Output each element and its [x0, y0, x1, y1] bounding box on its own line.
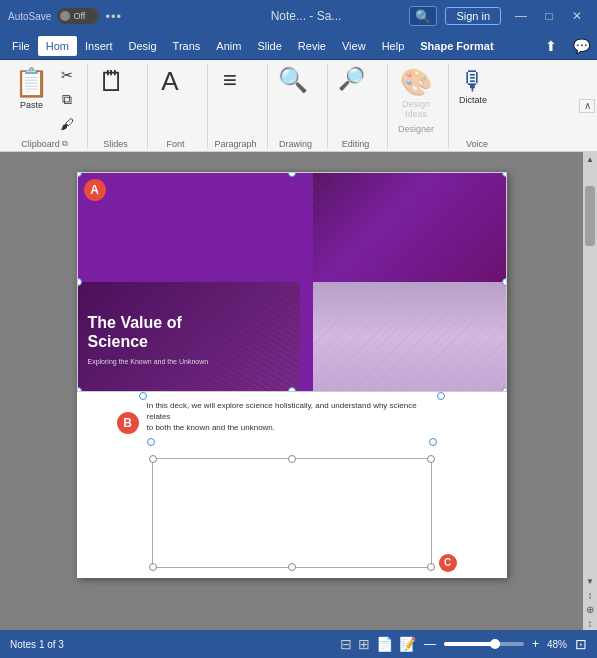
- zoom-out-button[interactable]: —: [424, 637, 436, 651]
- clipboard-expand-icon[interactable]: ⧉: [62, 139, 68, 149]
- menu-shape-format[interactable]: Shape Format: [412, 36, 501, 56]
- title-bar-right: 🔍 Sign in — □ ✕: [409, 6, 589, 26]
- designer-group-label: Designer: [392, 122, 440, 134]
- ph-handle-tr[interactable]: [427, 455, 435, 463]
- clipboard-label[interactable]: Clipboard ⧉: [10, 137, 79, 149]
- scroll-track[interactable]: [583, 166, 597, 574]
- zoom-slider[interactable]: [444, 642, 524, 646]
- paste-button[interactable]: 📋 Paste: [10, 64, 53, 112]
- menu-bar: File Hom Insert Desig Trans Anim Slide R…: [0, 32, 597, 60]
- designer-icon: 🎨: [400, 67, 432, 98]
- minimize-button[interactable]: —: [509, 6, 533, 26]
- ph-handle-tl[interactable]: [149, 455, 157, 463]
- maximize-button[interactable]: □: [537, 6, 561, 26]
- editing-button[interactable]: 🔎: [332, 64, 371, 94]
- title-text: Note... - Sa...: [271, 9, 342, 23]
- window-title: Note... - Sa...: [209, 9, 404, 23]
- notes-area: B In this deck, we will explore science …: [77, 392, 507, 446]
- slide-title: The Value of Science: [88, 313, 208, 351]
- font-label-text: Font: [166, 139, 184, 149]
- notes-text[interactable]: In this deck, we will explore science ho…: [147, 396, 437, 438]
- view-normal-icon[interactable]: ⊟: [340, 636, 352, 652]
- scrollbar-vertical[interactable]: ▲ ▼ ↕ ⊕ ↕: [583, 152, 597, 630]
- menu-slideshow[interactable]: Slide: [249, 36, 289, 56]
- drawing-buttons: 🔍: [272, 64, 319, 137]
- menu-help[interactable]: Help: [374, 36, 413, 56]
- zoom-thumb[interactable]: [490, 639, 500, 649]
- drawing-button[interactable]: 🔍: [272, 64, 314, 96]
- slides-buttons: 🗒: [92, 64, 139, 137]
- slide-container: The Value of Science Exploring the Known…: [77, 172, 507, 578]
- scroll-thumb[interactable]: [585, 186, 595, 246]
- designer-button[interactable]: 🎨 DesignIdeas: [392, 64, 440, 122]
- ribbon-collapse-button[interactable]: ∧: [579, 99, 595, 113]
- sign-in-button[interactable]: Sign in: [445, 7, 501, 25]
- notes-handle-tr[interactable]: [437, 392, 445, 400]
- ribbon-group-voice: 🎙 Dictate Voice: [449, 64, 509, 149]
- view-reading-icon[interactable]: 📄: [376, 636, 393, 652]
- menu-view[interactable]: View: [334, 36, 374, 56]
- dictate-button[interactable]: 🎙 Dictate: [453, 64, 493, 109]
- status-bar-right: ⊟ ⊞ 📄 📝 — + 48% ⊡: [340, 636, 587, 652]
- comment-icon[interactable]: 💬: [569, 34, 593, 58]
- ribbon: 📋 Paste ✂ ⧉ 🖌: [0, 60, 597, 152]
- menu-review[interactable]: Revie: [290, 36, 334, 56]
- ph-handle-bl[interactable]: [149, 563, 157, 571]
- voice-label: Voice: [453, 137, 501, 149]
- slide-area: The Value of Science Exploring the Known…: [0, 152, 583, 630]
- copy-button[interactable]: ⧉: [55, 88, 79, 111]
- search-box[interactable]: 🔍: [409, 6, 437, 26]
- scrollbar-extras: ↕ ⊕ ↕: [583, 588, 597, 630]
- autosave-toggle[interactable]: Off: [57, 8, 99, 24]
- ribbon-group-designer: 🎨 DesignIdeas Designer: [388, 64, 449, 149]
- format-painter-button[interactable]: 🖌: [55, 113, 79, 135]
- title-bar: AutoSave Off ••• Note... - Sa... 🔍 Sign …: [0, 0, 597, 32]
- slide-label-a: A: [84, 179, 106, 201]
- menu-bar-right: ⬆ 💬: [539, 34, 593, 58]
- menu-design[interactable]: Desig: [120, 36, 164, 56]
- slide-title-line2: Science: [88, 333, 148, 350]
- zoom-in-button[interactable]: +: [532, 637, 539, 651]
- drawing-icon: 🔍: [278, 68, 308, 92]
- fit-to-window-icon[interactable]: ⊡: [575, 636, 587, 652]
- notes-handle-bl[interactable]: [147, 438, 155, 446]
- menu-home[interactable]: Hom: [38, 36, 77, 56]
- quick-access-more[interactable]: •••: [105, 9, 122, 24]
- scroll-up-arrow[interactable]: ▲: [583, 152, 597, 166]
- paragraph-buttons: ≡: [212, 64, 259, 137]
- handle-mr[interactable]: [502, 278, 507, 286]
- view-notes-icon[interactable]: 📝: [399, 636, 416, 652]
- ph-handle-tc[interactable]: [288, 455, 296, 463]
- notes-text-wrapper: B In this deck, we will explore science …: [147, 396, 437, 438]
- font-button[interactable]: A: [152, 64, 188, 98]
- title-bar-left: AutoSave Off •••: [8, 8, 203, 24]
- share-icon[interactable]: ⬆: [539, 34, 563, 58]
- notes-handle-tl[interactable]: [139, 392, 147, 400]
- copy-icon: ⧉: [62, 91, 72, 108]
- editing-label: Editing: [332, 137, 379, 149]
- scroll-extra-2[interactable]: ⊕: [583, 602, 597, 616]
- slide-image[interactable]: The Value of Science Exploring the Known…: [77, 172, 507, 392]
- slides-button[interactable]: 🗒: [92, 64, 132, 100]
- scroll-down-arrow[interactable]: ▼: [583, 574, 597, 588]
- scroll-extra-3[interactable]: ↕: [583, 616, 597, 630]
- menu-insert[interactable]: Insert: [77, 36, 121, 56]
- window-controls: — □ ✕: [509, 6, 589, 26]
- slides-label-text: Slides: [103, 139, 128, 149]
- view-grid-icon[interactable]: ⊞: [358, 636, 370, 652]
- close-button[interactable]: ✕: [565, 6, 589, 26]
- placeholder-box[interactable]: [152, 458, 432, 568]
- ph-handle-bc[interactable]: [288, 563, 296, 571]
- font-icon: A: [161, 68, 178, 94]
- paragraph-icon: ≡: [223, 68, 237, 92]
- paragraph-button[interactable]: ≡: [212, 64, 248, 96]
- zoom-level: 48%: [547, 639, 567, 650]
- scroll-extra-1[interactable]: ↕: [583, 588, 597, 602]
- cut-button[interactable]: ✂: [55, 64, 79, 86]
- menu-transitions[interactable]: Trans: [165, 36, 209, 56]
- ph-handle-br[interactable]: [427, 563, 435, 571]
- menu-animations[interactable]: Anim: [208, 36, 249, 56]
- menu-file[interactable]: File: [4, 36, 38, 56]
- slide-selection-wrapper: The Value of Science Exploring the Known…: [77, 172, 507, 578]
- notes-handle-br[interactable]: [429, 438, 437, 446]
